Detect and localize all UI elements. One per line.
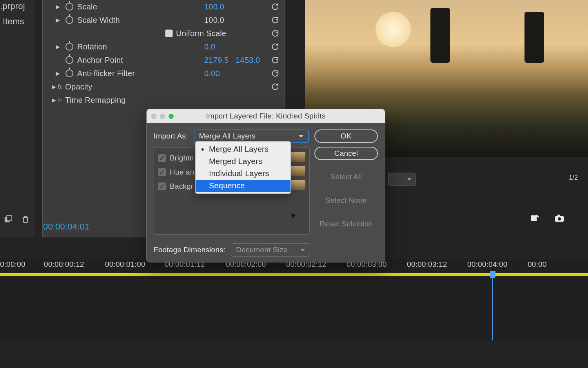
layer-thumbnail bbox=[289, 180, 305, 190]
svg-rect-1 bbox=[7, 216, 12, 221]
timeline-label: 00:00:04:00 bbox=[467, 260, 508, 269]
select-none-button: Select None bbox=[314, 194, 378, 207]
chevron-right-icon[interactable]: ▶ bbox=[51, 84, 58, 90]
property-row: ▶ Scale 100.0 bbox=[43, 0, 284, 13]
layer-checkbox[interactable]: ✓ bbox=[158, 168, 166, 176]
fx-badge-icon[interactable]: fx bbox=[58, 97, 62, 103]
property-label: Scale bbox=[77, 2, 97, 11]
cancel-button[interactable]: Cancel bbox=[314, 147, 378, 160]
effect-group-label: Opacity bbox=[65, 82, 92, 91]
dropdown-option-sequence[interactable]: Sequence bbox=[196, 180, 290, 192]
preview-silhouette bbox=[430, 8, 450, 63]
timeline-label: 0:00:00 bbox=[0, 260, 25, 269]
property-row: ▶ Scale Width 100.0 bbox=[43, 13, 284, 27]
footage-dimensions-value: Document Size bbox=[236, 246, 287, 254]
chevron-right-icon[interactable]: ▶ bbox=[54, 70, 62, 77]
property-value: 100.0 bbox=[204, 16, 224, 25]
fx-badge-icon[interactable]: fx bbox=[58, 84, 62, 90]
chevron-right-icon[interactable]: ▶ bbox=[54, 44, 62, 50]
stopwatch-icon[interactable] bbox=[65, 3, 73, 11]
import-as-combobox[interactable]: Merge All Layers bbox=[194, 129, 309, 143]
effect-group-row[interactable]: ▶ fx Time Remapping bbox=[43, 93, 284, 107]
project-items-count: Items bbox=[3, 16, 24, 27]
monitor-zoom-select[interactable] bbox=[388, 173, 416, 186]
import-as-label: Import As: bbox=[154, 132, 188, 140]
import-as-value: Merge All Layers bbox=[199, 132, 256, 140]
preview-sun bbox=[376, 12, 411, 47]
chevron-right-icon[interactable]: ▶ bbox=[51, 97, 58, 103]
footage-dimensions-label: Footage Dimensions: bbox=[154, 246, 225, 254]
layer-checkbox[interactable]: ✓ bbox=[158, 154, 166, 162]
effect-group-row[interactable]: ▶ fx Opacity bbox=[43, 80, 284, 93]
stopwatch-icon[interactable] bbox=[65, 43, 73, 51]
property-label: Anchor Point bbox=[77, 56, 123, 65]
dialog-title: Import Layered File: Kindred Spirits bbox=[147, 112, 385, 120]
property-value[interactable]: 2179.5 bbox=[204, 56, 229, 65]
property-label: Rotation bbox=[77, 42, 107, 51]
select-all-button: Select All bbox=[314, 170, 378, 184]
monitor-scrubber[interactable] bbox=[388, 192, 580, 200]
monitor-controls bbox=[388, 173, 420, 186]
project-panel: .prproj Items bbox=[0, 0, 35, 237]
timeline-panel: 0:00:00 00:00:00:12 00:00:01:00 00:00:01… bbox=[0, 259, 588, 341]
stopwatch-icon[interactable] bbox=[65, 69, 73, 77]
dialog-titlebar[interactable]: Import Layered File: Kindred Spirits bbox=[147, 109, 385, 123]
property-label: Anti-flicker Filter bbox=[77, 69, 135, 78]
dropdown-option-individual-layers[interactable]: Individual Layers bbox=[196, 168, 290, 180]
timeline-playhead[interactable] bbox=[490, 271, 495, 278]
reset-icon[interactable] bbox=[271, 56, 279, 64]
import-as-dropdown: Merge All Layers Merged Layers Individua… bbox=[195, 141, 291, 194]
camera-icon[interactable] bbox=[554, 214, 564, 224]
dropdown-option-merge-all-layers[interactable]: Merge All Layers bbox=[196, 143, 290, 155]
layer-thumbnail bbox=[289, 152, 305, 162]
layer-checkbox[interactable]: ✓ bbox=[158, 182, 166, 190]
new-bin-icon[interactable] bbox=[4, 215, 13, 224]
property-value[interactable]: 0.0 bbox=[204, 42, 215, 51]
uniform-scale-checkbox[interactable]: ✓ bbox=[165, 29, 173, 37]
property-label: Scale Width bbox=[77, 16, 120, 25]
layer-thumbnail bbox=[289, 166, 305, 176]
layer-label: Brightn bbox=[170, 154, 194, 162]
timeline-ruler[interactable] bbox=[0, 273, 588, 276]
reset-icon[interactable] bbox=[271, 43, 279, 50]
property-value[interactable]: 0.00 bbox=[204, 69, 220, 78]
export-frame-icon[interactable] bbox=[530, 214, 540, 224]
monitor-page-fraction[interactable]: 1/2 bbox=[569, 174, 578, 181]
property-row: ▶ Anti-flicker Filter 0.00 bbox=[43, 67, 284, 80]
timeline-label: 00:00:00:12 bbox=[44, 260, 84, 269]
monitor-export-icons bbox=[530, 214, 564, 224]
svg-rect-4 bbox=[557, 215, 560, 216]
import-layered-file-dialog: Import Layered File: Kindred Spirits Imp… bbox=[146, 109, 385, 262]
ok-button[interactable]: OK bbox=[314, 129, 378, 143]
trash-icon[interactable] bbox=[21, 215, 30, 224]
preview-silhouette bbox=[524, 12, 544, 63]
effect-controls-timecode[interactable]: 00:00:04:01 bbox=[43, 222, 89, 232]
reset-icon[interactable] bbox=[271, 3, 279, 10]
timeline-label: 00:00:03:12 bbox=[407, 260, 447, 269]
svg-point-3 bbox=[558, 217, 561, 220]
layer-label: Backgr bbox=[170, 182, 193, 191]
chevron-right-icon[interactable]: ▶ bbox=[54, 17, 62, 23]
timeline-label: 00:00 bbox=[528, 260, 547, 269]
property-row: ✓ Uniform Scale bbox=[43, 27, 284, 40]
property-row: ▶ Rotation 0.0 bbox=[43, 40, 284, 53]
reset-selection-button: Reset Selection bbox=[314, 217, 378, 231]
stopwatch-icon[interactable] bbox=[65, 16, 73, 24]
reset-icon[interactable] bbox=[271, 70, 279, 77]
property-value[interactable]: 1453.0 bbox=[236, 56, 260, 65]
effect-group-label: Time Remapping bbox=[65, 96, 125, 105]
reset-icon[interactable] bbox=[271, 16, 279, 24]
dropdown-option-merged-layers[interactable]: Merged Layers bbox=[196, 155, 290, 168]
property-label: Uniform Scale bbox=[176, 29, 226, 38]
chevron-right-icon[interactable]: ▶ bbox=[54, 4, 62, 10]
footage-dimensions-combobox: Document Size bbox=[231, 243, 310, 257]
project-ext: .prproj bbox=[0, 1, 25, 11]
reset-icon[interactable] bbox=[271, 83, 279, 90]
reset-icon[interactable] bbox=[271, 30, 279, 37]
stopwatch-icon[interactable] bbox=[65, 56, 73, 64]
timeline-label: 00:00:01:00 bbox=[105, 260, 145, 269]
property-value[interactable]: 100.0 bbox=[204, 2, 224, 11]
layer-label: Hue an bbox=[170, 168, 194, 177]
property-row: ▶ Anchor Point 2179.5 1453.0 bbox=[43, 53, 284, 67]
